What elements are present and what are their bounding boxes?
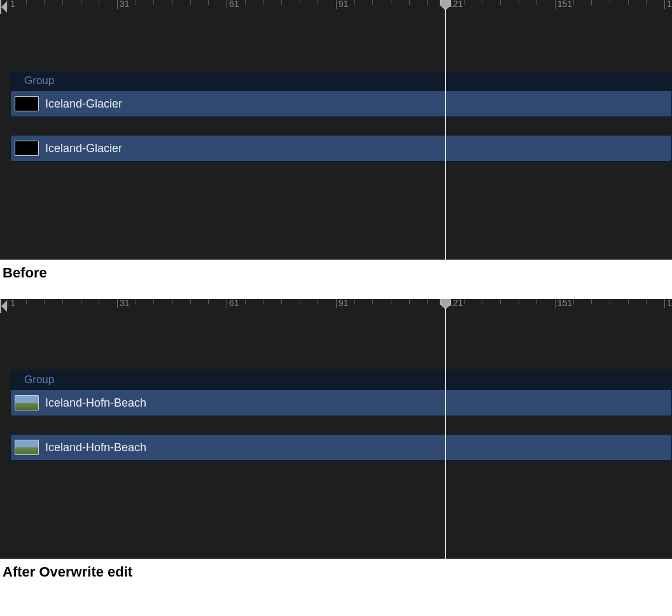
ruler-tick-label: 91 [337, 299, 349, 307]
ruler-tick-label: 1 [9, 299, 15, 307]
ruler-tick-label: 31 [118, 299, 130, 307]
ruler-tick-minor [591, 299, 592, 304]
ruler-tick-minor [500, 299, 501, 304]
timeline-ruler[interactable]: 1316191121151181 [0, 299, 672, 304]
ruler-tick-minor [391, 299, 391, 304]
ruler-tick-minor [536, 299, 537, 304]
svg-marker-3 [1, 300, 7, 312]
ruler-tick-major [227, 299, 227, 308]
ruler-tick-minor [464, 299, 465, 304]
ruler-tick-major [664, 0, 665, 9]
ruler-tick-major [555, 299, 556, 308]
ruler-tick-minor [372, 0, 373, 5]
ruler-tick-minor [610, 0, 610, 5]
goto-start-button[interactable] [0, 0, 8, 14]
ruler-tick-major [8, 0, 8, 9]
ruler-tick-minor [44, 0, 45, 5]
ruler-tick-major [555, 0, 556, 9]
ruler-tick-minor [81, 299, 81, 304]
ruler-tick-major [8, 299, 8, 308]
ruler-tick-minor [136, 299, 136, 304]
goto-start-button[interactable] [0, 299, 8, 313]
clip-label: Iceland-Glacier [45, 142, 122, 155]
ruler-tick-minor [99, 299, 99, 304]
ruler-tick-minor [519, 0, 519, 5]
group-label: Group [24, 374, 54, 386]
ruler-tick-label: 181 [666, 0, 672, 8]
group-header[interactable]: Group [10, 71, 672, 90]
ruler-tick-minor [464, 0, 465, 5]
ruler-tick-minor [172, 0, 172, 5]
ruler-tick-minor [318, 0, 318, 5]
ruler-tick-label: 61 [228, 299, 239, 307]
ruler-tick-major [336, 299, 337, 308]
group-header[interactable]: Group [10, 370, 672, 389]
ruler-tick-minor [646, 299, 647, 304]
track-spacer [0, 117, 672, 135]
playhead-handle-icon[interactable] [440, 299, 451, 309]
clip-thumbnail [15, 141, 39, 156]
svg-rect-2 [0, 299, 1, 313]
ruler-tick-minor [153, 299, 154, 304]
ruler-tick-minor [245, 299, 246, 304]
clip-thumbnail [15, 96, 39, 111]
clip-label: Iceland-Glacier [45, 97, 122, 111]
clip-row[interactable]: Iceland-Glacier [10, 135, 672, 162]
caption-before: Before [0, 260, 672, 299]
ruler-tick-minor [281, 299, 282, 304]
ruler-tick-minor [190, 0, 191, 5]
ruler-tick-minor [628, 299, 629, 304]
ruler-tick-minor [81, 0, 81, 5]
ruler-tick-minor [354, 299, 355, 304]
ruler-tick-label: 151 [556, 299, 572, 307]
playhead-handle-icon[interactable] [440, 0, 451, 10]
ruler-tick-minor [172, 299, 172, 304]
timeline-ruler[interactable]: 1316191121151181 [0, 0, 672, 5]
timeline-panel-after: 1316191121151181 Group Iceland-Hofn-Beac… [0, 299, 672, 559]
tracks-area: Group Iceland-Glacier Iceland-Glacier [0, 71, 672, 162]
ruler-tick-label: 31 [118, 0, 130, 8]
ruler-tick-label: 181 [666, 299, 672, 307]
ruler-tick-minor [573, 0, 574, 5]
ruler-tick-minor [281, 0, 282, 5]
ruler-tick-minor [62, 299, 63, 304]
ruler-tick-minor [573, 299, 574, 304]
ruler-tick-minor [99, 0, 99, 5]
clip-row[interactable]: Iceland-Glacier [10, 90, 672, 117]
timeline-panel-before: 1316191121151181 Group Iceland-Glacier I… [0, 0, 672, 260]
ruler-tick-minor [372, 299, 373, 304]
ruler-tick-minor [263, 0, 263, 5]
ruler-tick-minor [245, 0, 246, 5]
tracks-area: Group Iceland-Hofn-Beach Iceland-Hofn-Be… [0, 370, 672, 461]
ruler-tick-minor [409, 0, 410, 5]
ruler-tick-minor [208, 0, 209, 5]
ruler-tick-major [227, 0, 227, 9]
clip-row[interactable]: Iceland-Hofn-Beach [10, 389, 672, 416]
group-label: Group [24, 74, 54, 87]
ruler-tick-label: 1 [9, 0, 15, 8]
ruler-tick-minor [482, 299, 482, 304]
ruler-tick-minor [427, 299, 428, 304]
ruler-tick-minor [536, 0, 537, 5]
ruler-tick-minor [44, 299, 45, 304]
ruler-tick-minor [427, 0, 428, 5]
ruler-tick-label: 61 [228, 0, 239, 8]
clip-label: Iceland-Hofn-Beach [45, 396, 146, 410]
ruler-tick-minor [628, 0, 629, 5]
ruler-tick-minor [409, 299, 410, 304]
ruler-tick-minor [300, 0, 300, 5]
ruler-tick-minor [354, 0, 355, 5]
track-spacer [0, 416, 672, 434]
playhead-line [445, 9, 446, 260]
ruler-tick-minor [610, 299, 610, 304]
ruler-tick-major [117, 0, 118, 9]
playhead-line [445, 308, 446, 559]
ruler-tick-minor [26, 299, 27, 304]
clip-thumbnail [15, 395, 39, 410]
ruler-tick-minor [591, 0, 592, 5]
ruler-tick-label: 91 [337, 0, 349, 8]
ruler-tick-major [117, 299, 118, 308]
clip-row[interactable]: Iceland-Hofn-Beach [10, 434, 672, 461]
ruler-tick-minor [190, 299, 191, 304]
ruler-tick-major [336, 0, 337, 9]
